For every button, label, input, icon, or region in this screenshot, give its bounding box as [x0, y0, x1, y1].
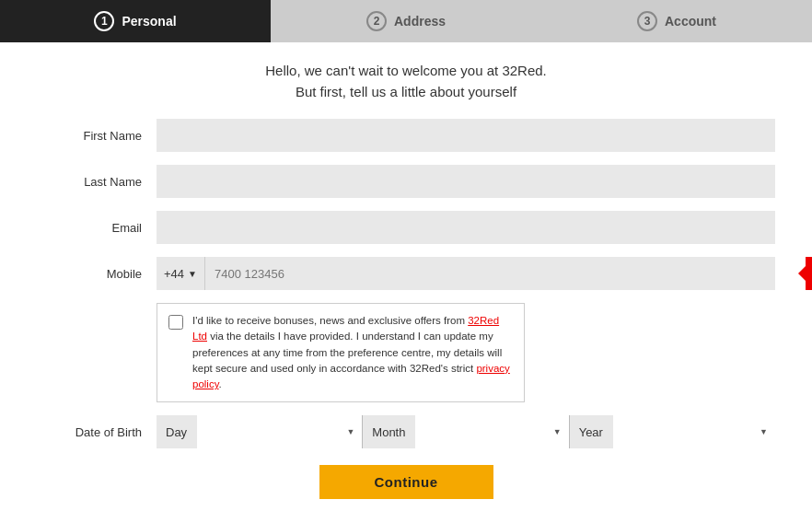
steps-bar: 1 Personal 2 Address 3 Account — [0, 0, 812, 42]
checkbox-inner: I'd like to receive bonuses, news and ex… — [168, 313, 513, 392]
welcome-section: Hello, we can't wait to welcome you at 3… — [37, 61, 775, 102]
year-select[interactable]: Year — [570, 415, 613, 448]
mobile-input[interactable] — [205, 257, 775, 290]
marketing-consent-row: I'd like to receive bonuses, news and ex… — [37, 303, 775, 402]
last-name-input[interactable] — [157, 165, 775, 198]
month-select-wrapper: Month — [362, 415, 568, 448]
consent-link-privacy[interactable]: privacy policy — [192, 363, 510, 389]
mobile-row: Mobile +44 ▼ This field is required — [37, 257, 775, 290]
mobile-wrapper: +44 ▼ This field is required — [157, 257, 775, 290]
email-row: Email — [37, 211, 775, 244]
country-code-arrow: ▼ — [188, 269, 197, 279]
email-input[interactable] — [157, 211, 775, 244]
step-address[interactable]: 2 Address — [271, 0, 541, 42]
error-tooltip: This field is required — [806, 257, 812, 290]
last-name-label: Last Name — [37, 175, 157, 189]
step-account[interactable]: 3 Account — [541, 0, 812, 42]
last-name-row: Last Name — [37, 165, 775, 198]
dob-row: Date of Birth Day Month Year — [37, 415, 775, 448]
day-select[interactable]: Day — [157, 415, 197, 448]
dob-label: Date of Birth — [37, 425, 157, 439]
country-code-value: +44 — [164, 267, 184, 281]
continue-row: Continue — [37, 465, 775, 499]
step-label-address: Address — [394, 14, 446, 29]
year-select-wrapper: Year — [569, 415, 775, 448]
consent-box: I'd like to receive bonuses, news and ex… — [157, 303, 525, 402]
main-content: Hello, we can't wait to welcome you at 3… — [0, 42, 812, 511]
country-code-selector[interactable]: +44 ▼ — [157, 257, 205, 290]
step-personal[interactable]: 1 Personal — [0, 0, 271, 42]
dob-selects: Day Month Year — [157, 415, 775, 448]
first-name-input[interactable] — [157, 119, 775, 152]
welcome-line2: But first, tell us a little about yourse… — [37, 82, 775, 103]
month-select[interactable]: Month — [363, 415, 415, 448]
mobile-label: Mobile — [37, 267, 157, 281]
first-name-row: First Name — [37, 119, 775, 152]
consent-checkbox[interactable] — [168, 315, 183, 330]
step-label-account: Account — [665, 14, 716, 29]
step-circle-1: 1 — [94, 11, 114, 31]
day-select-wrapper: Day — [157, 415, 362, 448]
continue-button[interactable]: Continue — [319, 465, 493, 499]
first-name-label: First Name — [37, 129, 157, 143]
consent-link-32red[interactable]: 32Red Ltd — [192, 315, 499, 342]
step-circle-2: 2 — [366, 11, 387, 31]
step-circle-3: 3 — [637, 11, 657, 31]
welcome-line1: Hello, we can't wait to welcome you at 3… — [37, 61, 775, 82]
step-label-personal: Personal — [122, 14, 176, 29]
email-label: Email — [37, 221, 157, 235]
consent-text: I'd like to receive bonuses, news and ex… — [192, 313, 513, 392]
